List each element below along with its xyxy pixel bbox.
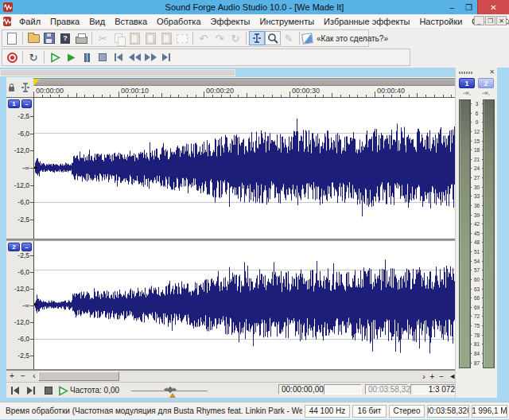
ruler-tick: [247, 93, 247, 97]
mdi-restore-button[interactable]: ❐: [485, 16, 495, 25]
frequency-slider-handle[interactable]: ◄►: [162, 387, 178, 393]
open-button[interactable]: [25, 31, 41, 45]
mini-go-to-start-button[interactable]: [8, 384, 22, 397]
go-to-start-button[interactable]: [111, 50, 126, 64]
panel-grip-icon[interactable]: [459, 72, 473, 74]
document-icon: [3, 17, 11, 26]
selection-display[interactable]: [324, 384, 362, 395]
stop-button[interactable]: [95, 50, 111, 64]
overview-bar[interactable]: [33, 78, 460, 86]
db-label: -6,0: [17, 199, 29, 205]
menu-view[interactable]: Вид: [84, 16, 110, 27]
paste-button[interactable]: [126, 31, 142, 45]
pause-button[interactable]: [79, 50, 95, 64]
ruler-tick: [178, 95, 179, 97]
ruler-tick: [332, 93, 332, 97]
playbar: Частота: 0,00 ◄► 00:00:00,000 00:03:58,3…: [6, 382, 461, 398]
menu-edit[interactable]: Правка: [45, 16, 84, 27]
meter-channel-1-button[interactable]: 1: [459, 78, 475, 88]
mdi-close-button[interactable]: ✕: [496, 16, 507, 25]
minimize-button[interactable]: –: [444, 0, 460, 14]
menu-tools[interactable]: Инструменты: [255, 16, 320, 27]
forward-button[interactable]: [142, 50, 158, 64]
channel-2-db-scale: -2,5-6,0-12,0-∞-12,0-6,0-2,5: [6, 241, 33, 369]
channel-2: -2,5-6,0-12,0-∞-12,0-6,0-2,5 2 –: [6, 241, 461, 369]
menu-insert[interactable]: Вставка: [110, 16, 152, 27]
toolbar-separator: [22, 32, 23, 45]
length-display[interactable]: 00:03:58,320: [365, 384, 408, 395]
waveform-channel-2[interactable]: [33, 241, 460, 369]
loop-playback-button[interactable]: ↻: [25, 50, 41, 64]
close-button[interactable]: ✕: [477, 0, 509, 14]
pencil-tool-button[interactable]: ✎: [281, 31, 297, 45]
paste-mix-button[interactable]: [158, 31, 174, 45]
ruler-tick: [323, 95, 324, 97]
channel-2-number-button[interactable]: 2: [8, 243, 20, 251]
menu-options[interactable]: Настройки: [414, 16, 467, 27]
meter-channel-2-button[interactable]: 2: [478, 78, 494, 88]
status-message: Время обработки (Частотная модуляция для…: [3, 405, 302, 418]
ruler-tick: [255, 95, 256, 97]
ruler-tick: [281, 95, 282, 97]
go-to-end-button[interactable]: [158, 50, 174, 64]
cut-button[interactable]: ✂: [95, 31, 111, 45]
title-bar: Sound Forge Audio Studio 10.0 - [We Made…: [0, 0, 509, 14]
ruler-tick: [375, 91, 375, 97]
trim-button[interactable]: [174, 31, 190, 45]
properties-button[interactable]: ?: [57, 31, 73, 45]
meter-scale-number: 45: [471, 231, 483, 237]
mini-go-to-end-button[interactable]: [24, 384, 38, 397]
db-label: -2,5: [17, 252, 29, 259]
copy-button[interactable]: [111, 31, 126, 45]
channel-2-minimize-button[interactable]: –: [21, 243, 32, 251]
sample-rate-cell[interactable]: 44 100 Hz: [305, 405, 350, 418]
bit-depth-cell[interactable]: 16 бит: [352, 405, 387, 418]
zoom-in-button[interactable]: +: [429, 372, 434, 381]
magnify-tool-button[interactable]: [265, 31, 281, 45]
maximize-button[interactable]: ❐: [460, 0, 477, 14]
zoom-in-vertical-button[interactable]: +: [6, 371, 17, 381]
redo-button[interactable]: ↷: [212, 31, 227, 45]
scrollbar-thumb[interactable]: [38, 371, 119, 381]
mini-stop-button[interactable]: [41, 384, 56, 397]
zoom-out-button[interactable]: −: [439, 372, 444, 381]
horizontal-scroll-row: + − ‹ › + − ◄►: [6, 371, 461, 382]
print-button[interactable]: [73, 31, 89, 45]
position-display[interactable]: 00:00:00,000: [278, 384, 321, 395]
scroll-right-icon[interactable]: ›: [422, 372, 425, 381]
zoom-out-vertical-button[interactable]: −: [17, 371, 29, 381]
position-marker-icon[interactable]: [33, 79, 40, 86]
meter-scale-number: 54: [471, 259, 483, 265]
record-button[interactable]: [4, 50, 20, 64]
mini-play-button[interactable]: [56, 384, 70, 397]
save-button[interactable]: [41, 31, 57, 45]
edit-tool-button[interactable]: [249, 31, 265, 45]
time-ruler[interactable]: 00:00:0000:00:1000:00:2000:00:3000:00:40: [33, 86, 461, 98]
mdi-minimize-button[interactable]: _: [474, 16, 484, 25]
waveform-channel-1[interactable]: [33, 98, 460, 239]
ruler-tick: [153, 95, 153, 97]
how-to-help-button[interactable]: «Как это сделать?»: [302, 31, 388, 45]
menu-process[interactable]: Обработка: [152, 16, 205, 27]
play-all-button[interactable]: [47, 50, 63, 64]
repeat-button[interactable]: ↻: [227, 31, 243, 45]
channel-1-number-button[interactable]: 1: [8, 99, 20, 108]
rewind-button[interactable]: [126, 50, 142, 64]
ruler-tick: [68, 95, 68, 97]
play-button[interactable]: [63, 50, 79, 64]
db-label: -∞: [22, 165, 29, 171]
channel-mode-cell[interactable]: Стерео: [389, 405, 425, 418]
panel-close-icon[interactable]: ✕: [489, 68, 495, 76]
meter-bar-1: [459, 99, 471, 368]
paste-special-button[interactable]: [142, 31, 158, 45]
new-button[interactable]: [4, 31, 20, 45]
menu-favorite-effects[interactable]: Избранные эффекты: [319, 16, 414, 27]
menu-effects[interactable]: Эффекты: [206, 16, 255, 27]
ruler-tick: [204, 91, 204, 97]
ruler-tick: [230, 95, 231, 97]
zoom-ratio-display[interactable]: 1:3 072: [410, 384, 458, 395]
meter-scale-number: 48: [471, 240, 483, 246]
channel-1-minimize-button[interactable]: –: [21, 99, 32, 108]
menu-file[interactable]: Файл: [14, 16, 45, 27]
undo-button[interactable]: ↶: [196, 31, 212, 45]
